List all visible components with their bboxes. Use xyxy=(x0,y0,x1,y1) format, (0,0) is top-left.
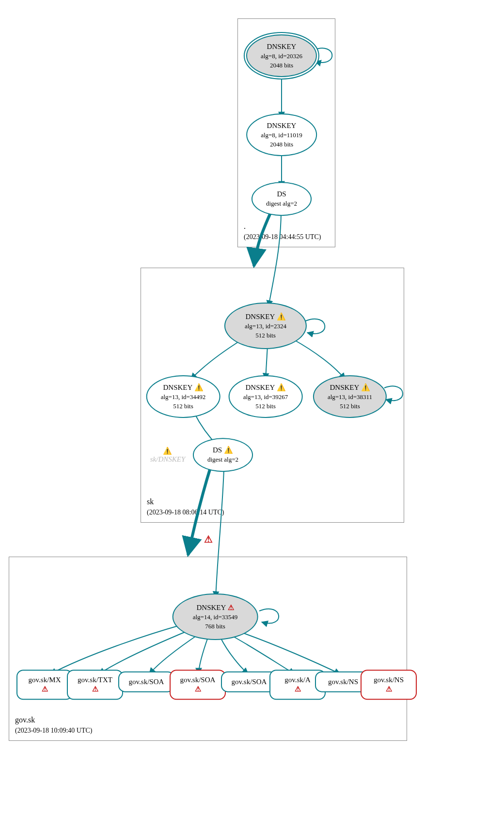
warn-icon: ⚠️ xyxy=(277,313,286,320)
gov-key-title: DNSKEY xyxy=(196,604,225,611)
root-zsk-title: DNSKEY xyxy=(267,122,297,129)
error-icon: ⚠ xyxy=(204,534,213,545)
sk-z2-l2: alg=13, id=39267 xyxy=(243,393,288,400)
sk-z3-l2: alg=13, id=38311 xyxy=(328,393,372,400)
gov-key-l3: 768 bits xyxy=(205,622,225,629)
sk-ds: DS ⚠️ digest alg=2 xyxy=(193,438,253,472)
rr-soa1-label: gov.sk/SOA xyxy=(129,678,164,686)
root-zsk: DNSKEY alg=8, id=11019 2048 bits xyxy=(246,113,317,156)
zone-sk-label: sk xyxy=(147,497,154,506)
gov-key-l2: alg=14, id=33549 xyxy=(193,613,238,621)
warn-icon: ⚠️ xyxy=(361,384,370,391)
warn-icon: ⚠️ xyxy=(194,384,204,391)
zone-root-ts: (2023-09-18 04:44:55 UTC) xyxy=(244,233,321,240)
root-ksk: DNSKEY alg=8, id=20326 2048 bits xyxy=(246,34,317,77)
zone-sk-ts: (2023-09-18 08:06:14 UTC) xyxy=(147,509,224,516)
error-icon: ⚠ xyxy=(295,685,301,693)
sk-zsk-3: DNSKEY ⚠️ alg=13, id=38311 512 bits xyxy=(313,375,387,418)
rr-a-label: gov.sk/A xyxy=(284,676,311,684)
root-zsk-l3: 2048 bits xyxy=(270,140,293,147)
error-icon: ⚠ xyxy=(228,604,234,611)
sk-z2-title: DNSKEY xyxy=(245,384,274,391)
sk-ds-l2: digest alg=2 xyxy=(207,456,238,463)
sk-z1-l3: 512 bits xyxy=(173,402,193,409)
zone-root-label: . xyxy=(244,222,246,230)
rr-soa-1: gov.sk/SOA xyxy=(118,672,174,692)
sk-z3-title: DNSKEY xyxy=(330,384,359,391)
warn-icon: ⚠️ xyxy=(163,447,172,455)
sk-z1-l2: alg=13, id=34492 xyxy=(161,393,206,400)
root-zsk-l2: alg=8, id=11019 xyxy=(261,131,302,139)
warn-icon: ⚠️ xyxy=(224,446,233,454)
rr-soa-2: gov.sk/SOA ⚠ xyxy=(170,670,226,700)
gov-dnskey: DNSKEY ⚠ alg=14, id=33549 768 bits xyxy=(173,593,258,640)
rr-ns-2: gov.sk/NS ⚠ xyxy=(361,670,417,700)
zone-gov-label: gov.sk xyxy=(15,716,35,724)
error-icon: ⚠ xyxy=(92,685,98,693)
sk-faint-label: sk/DNSKEY xyxy=(150,455,186,463)
root-ds: DS digest alg=2 xyxy=(252,182,312,216)
error-icon: ⚠ xyxy=(42,685,48,693)
rr-soa2-label: gov.sk/SOA xyxy=(180,676,216,684)
sk-ksk-l2: alg=13, id=2324 xyxy=(245,322,286,330)
warn-icon: ⚠️ xyxy=(277,384,286,391)
root-ksk-title: DNSKEY xyxy=(267,43,297,50)
sk-faint-dnskey: ⚠️ sk/DNSKEY xyxy=(150,447,186,464)
root-ksk-l2: alg=8, id=20326 xyxy=(261,52,302,60)
sk-zsk-1: DNSKEY ⚠️ alg=13, id=34492 512 bits xyxy=(146,375,220,418)
root-ksk-l3: 2048 bits xyxy=(270,61,293,68)
rr-txt: gov.sk/TXT ⚠ xyxy=(67,670,123,700)
sk-z3-l3: 512 bits xyxy=(340,402,360,409)
rr-txt-label: gov.sk/TXT xyxy=(78,676,112,684)
rr-soa3-label: gov.sk/SOA xyxy=(232,678,267,686)
error-icon: ⚠ xyxy=(195,685,201,693)
zone-gov-ts: (2023-09-18 10:09:40 UTC) xyxy=(15,727,92,734)
rr-mx: gov.sk/MX ⚠ xyxy=(16,670,73,700)
rr-ns2-label: gov.sk/NS xyxy=(374,676,404,684)
rr-soa-3: gov.sk/SOA xyxy=(221,672,277,692)
root-ds-l2: digest alg=2 xyxy=(266,200,297,207)
sk-ksk-l3: 512 bits xyxy=(255,331,276,338)
sk-ksk: DNSKEY ⚠️ alg=13, id=2324 512 bits xyxy=(224,303,307,349)
rr-ns1-label: gov.sk/NS xyxy=(328,678,358,686)
rr-mx-label: gov.sk/MX xyxy=(29,676,61,684)
zone-gov: gov.sk(2023-09-18 10:09:40 UTC) xyxy=(9,557,407,741)
error-icon: ⚠ xyxy=(386,685,392,693)
root-ds-title: DS xyxy=(277,190,286,198)
sk-z2-l3: 512 bits xyxy=(255,402,276,409)
sk-zsk-2: DNSKEY ⚠️ alg=13, id=39267 512 bits xyxy=(229,375,303,418)
sk-z1-title: DNSKEY xyxy=(163,384,192,391)
delegation-error-icon: ⚠ xyxy=(204,533,213,545)
sk-ksk-title: DNSKEY xyxy=(245,313,274,320)
sk-ds-title: DS xyxy=(213,446,222,454)
